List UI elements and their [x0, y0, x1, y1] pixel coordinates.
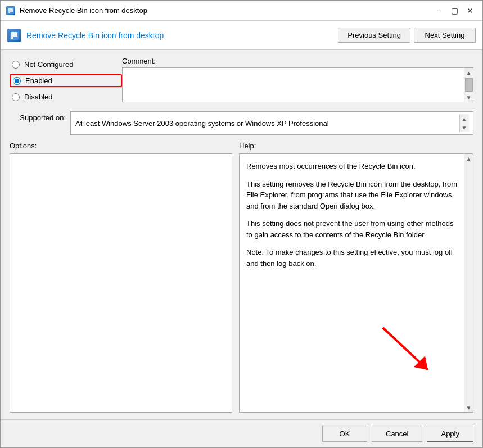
svg-rect-6 [15, 37, 17, 39]
supported-on-row: Supported on: At least Windows Server 20… [10, 111, 473, 135]
svg-rect-4 [11, 32, 17, 37]
not-configured-option[interactable]: Not Configured [10, 59, 122, 70]
title-bar: Remove Recycle Bin icon from desktop − ▢… [1, 1, 482, 21]
not-configured-radio[interactable] [12, 61, 20, 69]
svg-rect-2 [8, 12, 10, 13]
main-window: Remove Recycle Bin icon from desktop − ▢… [0, 0, 483, 448]
enabled-wrapper: Enabled [10, 74, 122, 87]
scroll-down-arrow[interactable]: ▼ [464, 93, 473, 102]
top-section: Not Configured Enabled Disabled Comment: [10, 57, 473, 102]
content-area: Not Configured Enabled Disabled Comment: [1, 50, 482, 419]
previous-setting-button[interactable]: Previous Setting [338, 28, 410, 43]
supported-scroll-down[interactable]: ▼ [460, 123, 469, 132]
minimize-button[interactable]: − [432, 5, 445, 16]
help-paragraph-1: Removes most occurrences of the Recycle … [246, 161, 457, 172]
supported-box: At least Windows Server 2003 operating s… [70, 111, 473, 135]
title-controls: − ▢ ✕ [432, 5, 477, 16]
close-button[interactable]: ✕ [463, 5, 477, 16]
svg-rect-1 [8, 8, 13, 12]
apply-button[interactable]: Apply [427, 426, 473, 442]
help-paragraph-3: This setting does not prevent the user f… [246, 218, 457, 240]
two-column-section: Options: Help: Removes most occurrences … [10, 142, 473, 413]
options-column: Options: [10, 142, 232, 413]
supported-scrollbar: ▲ ▼ [459, 114, 468, 132]
policy-icon [7, 29, 21, 42]
enabled-option[interactable]: Enabled [13, 76, 52, 85]
enabled-radio[interactable] [13, 77, 21, 85]
radio-group: Not Configured Enabled Disabled [10, 57, 122, 102]
next-setting-button[interactable]: Next Setting [414, 28, 476, 43]
svg-rect-5 [11, 37, 13, 39]
footer: OK Cancel Apply [1, 419, 482, 447]
header-bar: Remove Recycle Bin icon from desktop Pre… [1, 21, 482, 50]
supported-text: At least Windows Server 2003 operating s… [75, 119, 459, 128]
comment-scrollbar[interactable]: ▲ ▼ [464, 68, 473, 102]
window-icon [6, 6, 15, 15]
help-header: Help: [239, 142, 473, 150]
ok-button[interactable]: OK [322, 426, 367, 442]
help-paragraph-4: Note: To make changes to this setting ef… [246, 247, 457, 269]
comment-textarea[interactable] [123, 68, 464, 102]
help-scrollbar[interactable]: ▲ ▼ [464, 154, 473, 412]
window-title: Remove Recycle Bin icon from desktop [20, 6, 147, 15]
help-scroll-up[interactable]: ▲ [464, 154, 473, 163]
comment-label: Comment: [122, 57, 473, 65]
comment-section: Comment: ▲ ▼ [122, 57, 473, 102]
comment-box: ▲ ▼ [122, 67, 473, 102]
help-text-content: Removes most occurrences of the Recycle … [240, 154, 464, 412]
help-column: Help: Removes most occurrences of the Re… [239, 142, 473, 413]
title-bar-left: Remove Recycle Bin icon from desktop [6, 6, 147, 15]
supported-label: Supported on: [10, 111, 66, 122]
cancel-button[interactable]: Cancel [372, 426, 422, 442]
help-paragraph-2: This setting removes the Recycle Bin ico… [246, 179, 457, 212]
options-box [10, 153, 232, 413]
header-title: Remove Recycle Bin icon from desktop [26, 31, 164, 40]
scroll-thumb [465, 78, 473, 92]
help-scroll-down[interactable]: ▼ [464, 403, 473, 412]
scroll-up-arrow[interactable]: ▲ [464, 68, 473, 77]
options-header: Options: [10, 142, 232, 150]
supported-scroll-up[interactable]: ▲ [460, 114, 469, 123]
maximize-button[interactable]: ▢ [448, 5, 461, 16]
disabled-label: Disabled [24, 93, 53, 101]
disabled-option[interactable]: Disabled [10, 92, 122, 102]
enabled-label: Enabled [25, 76, 52, 85]
help-box: Removes most occurrences of the Recycle … [239, 153, 473, 413]
header-left: Remove Recycle Bin icon from desktop [7, 29, 164, 42]
not-configured-label: Not Configured [24, 60, 73, 69]
navigation-buttons: Previous Setting Next Setting [338, 28, 476, 43]
disabled-radio[interactable] [12, 93, 20, 101]
